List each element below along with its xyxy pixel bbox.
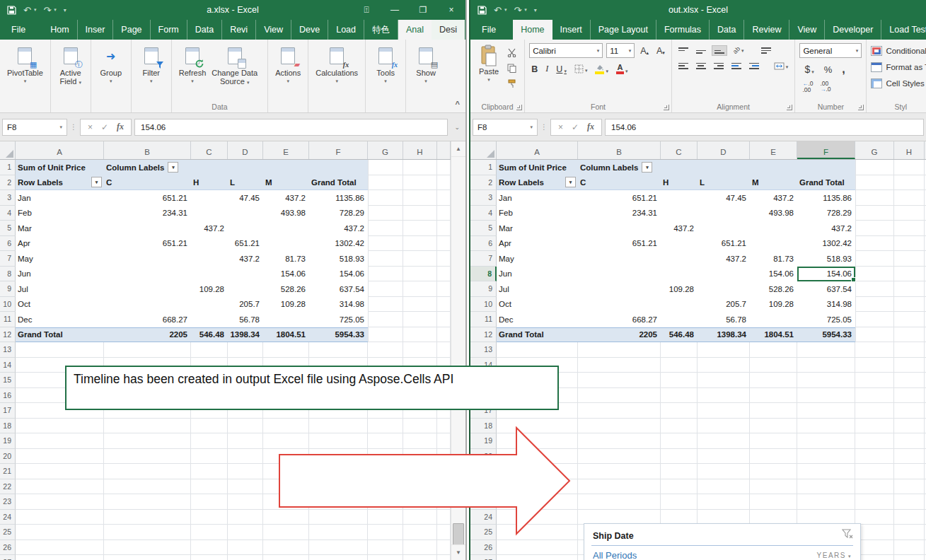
grid-cell[interactable] bbox=[797, 479, 855, 495]
grid-cell[interactable] bbox=[104, 494, 191, 510]
grid-cell[interactable] bbox=[228, 419, 263, 434]
pivot-cell[interactable]: 493.98 bbox=[263, 206, 309, 221]
row-header-2[interactable]: 2 bbox=[0, 175, 16, 191]
ribbon-tab-hom[interactable]: Hom bbox=[42, 20, 77, 40]
ribbon-tab-developer[interactable]: Developer bbox=[825, 20, 881, 40]
font-dialog-launcher-icon[interactable] bbox=[664, 105, 669, 110]
namebox-dropdown-icon[interactable]: ▾ bbox=[59, 124, 62, 130]
grid-cell[interactable] bbox=[578, 388, 661, 404]
pivot-cell[interactable]: Jun bbox=[16, 267, 104, 282]
grid-cell[interactable] bbox=[698, 494, 750, 510]
grid-cell[interactable] bbox=[855, 206, 894, 221]
row-header-21[interactable]: 21 bbox=[0, 464, 16, 479]
pivot-cell[interactable]: Grand Total bbox=[309, 175, 368, 191]
pivot-cell[interactable] bbox=[698, 281, 750, 297]
align-right-button[interactable] bbox=[712, 62, 726, 71]
grid-cell[interactable] bbox=[698, 433, 750, 449]
pivot-cell[interactable]: Mar bbox=[16, 221, 104, 236]
grid-cell[interactable] bbox=[309, 540, 368, 556]
ribbon-tab-page-layout[interactable]: Page Layout bbox=[591, 20, 656, 40]
column-header-H[interactable]: H bbox=[894, 141, 925, 159]
namebox-dropdown-icon[interactable]: ▾ bbox=[530, 124, 533, 130]
grid-cell[interactable] bbox=[437, 160, 451, 175]
grid-cell[interactable] bbox=[16, 525, 104, 540]
group-button[interactable]: ➜ Group▾ bbox=[96, 43, 127, 100]
ribbon-tab-data[interactable]: Data bbox=[187, 20, 222, 40]
grid-cell[interactable] bbox=[497, 540, 578, 556]
refresh-button[interactable]: Refresh▾ bbox=[176, 43, 209, 100]
pivot-cell[interactable]: Column Labels▾ bbox=[104, 160, 191, 175]
pivot-cell[interactable]: 437.2 bbox=[797, 221, 855, 236]
grid-cell[interactable] bbox=[661, 449, 698, 465]
row-header-4[interactable]: 4 bbox=[470, 206, 497, 221]
clipboard-dialog-launcher-icon[interactable] bbox=[516, 105, 522, 110]
pivot-cell[interactable]: 234.31 bbox=[578, 206, 661, 221]
grid-cell[interactable] bbox=[16, 449, 104, 465]
grid-cell[interactable] bbox=[16, 419, 104, 434]
grid-cell[interactable] bbox=[855, 175, 894, 191]
grid-cell[interactable] bbox=[437, 221, 451, 236]
grid-cell[interactable] bbox=[437, 175, 451, 191]
pivot-cell[interactable]: 1804.51 bbox=[263, 327, 309, 343]
pivot-cell[interactable]: 437.2 bbox=[750, 190, 797, 206]
grid-cell[interactable] bbox=[368, 342, 403, 358]
pivot-cell[interactable] bbox=[309, 160, 368, 175]
pivot-cell[interactable]: Dec bbox=[497, 312, 578, 327]
grid-cell[interactable] bbox=[403, 160, 437, 175]
pivot-cell[interactable]: 47.45 bbox=[698, 190, 750, 206]
format-painter-icon[interactable] bbox=[504, 77, 519, 90]
grid-cell[interactable] bbox=[855, 281, 894, 297]
pivot-cell[interactable]: 651.21 bbox=[578, 236, 661, 252]
pivot-cell[interactable]: 154.06 bbox=[309, 267, 368, 282]
pivot-cell[interactable]: 1135.86 bbox=[309, 190, 368, 206]
row-header-20[interactable]: 20 bbox=[0, 449, 16, 465]
grid-cell[interactable] bbox=[191, 479, 228, 495]
pivot-cell[interactable]: 637.54 bbox=[309, 281, 368, 297]
wrap-text-button[interactable] bbox=[759, 47, 773, 54]
grid-cell[interactable] bbox=[894, 403, 925, 419]
grid-cell[interactable] bbox=[894, 358, 925, 373]
grid-cell[interactable] bbox=[894, 236, 925, 252]
grid-cell[interactable] bbox=[855, 525, 894, 540]
grid-cell[interactable] bbox=[16, 510, 104, 525]
row-header-19[interactable]: 19 bbox=[0, 433, 16, 449]
grid-cell[interactable] bbox=[750, 403, 797, 419]
grid-cell[interactable] bbox=[698, 342, 750, 358]
grid-cell[interactable] bbox=[228, 540, 263, 556]
grid-cell[interactable] bbox=[368, 540, 403, 556]
pivot-cell[interactable]: 725.05 bbox=[797, 312, 855, 327]
grid-cell[interactable] bbox=[104, 525, 191, 540]
grid-cell[interactable] bbox=[437, 251, 451, 267]
grid-cell[interactable] bbox=[698, 479, 750, 495]
ribbon-tab-data[interactable]: Data bbox=[710, 20, 744, 40]
grid-cell[interactable] bbox=[894, 479, 925, 495]
grid-cell[interactable] bbox=[309, 555, 368, 560]
grid-cell[interactable] bbox=[698, 464, 750, 479]
pivot-cell[interactable] bbox=[191, 312, 228, 327]
grid-cell[interactable] bbox=[855, 312, 894, 327]
grid-cell[interactable] bbox=[750, 449, 797, 465]
grid-cell[interactable] bbox=[894, 251, 925, 267]
pivot-cell[interactable]: M bbox=[750, 175, 797, 191]
minimize-icon[interactable]: — bbox=[381, 5, 409, 15]
pivot-cell[interactable] bbox=[661, 206, 698, 221]
pivot-cell[interactable]: Feb bbox=[497, 206, 578, 221]
file-tab[interactable]: File bbox=[0, 20, 37, 40]
pivot-cell[interactable]: 1135.86 bbox=[797, 190, 855, 206]
pivot-cell[interactable]: 493.98 bbox=[750, 206, 797, 221]
grid-cell[interactable] bbox=[403, 175, 437, 191]
pivot-cell[interactable]: 518.93 bbox=[309, 251, 368, 267]
format-as-table-button[interactable]: Format as T bbox=[871, 61, 926, 74]
row-header-7[interactable]: 7 bbox=[470, 251, 497, 267]
pivot-cell[interactable] bbox=[263, 236, 309, 252]
grid-cell[interactable] bbox=[228, 555, 263, 560]
grid-cell[interactable] bbox=[855, 236, 894, 252]
grid-cell[interactable] bbox=[661, 510, 698, 525]
grid-cell[interactable] bbox=[661, 494, 698, 510]
grid-cell[interactable] bbox=[855, 267, 894, 282]
grid-cell[interactable] bbox=[368, 206, 403, 221]
grid-cell[interactable] bbox=[578, 449, 661, 465]
grid-cell[interactable] bbox=[403, 540, 437, 556]
grid-cell[interactable] bbox=[894, 510, 925, 525]
grid-cell[interactable] bbox=[894, 206, 925, 221]
